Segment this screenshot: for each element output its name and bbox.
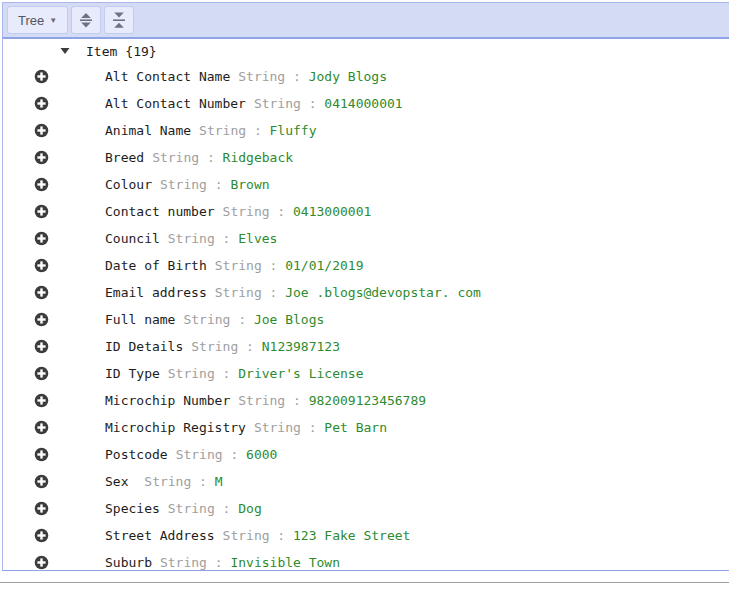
field-key[interactable]: Microchip Number — [105, 393, 230, 408]
tree-rows-container: Alt Contact Name String : Jody Blogs Alt… — [3, 63, 729, 570]
plus-circle-icon[interactable] — [34, 447, 49, 462]
field-type-label: String — [215, 285, 262, 300]
plus-circle-icon[interactable] — [34, 123, 49, 138]
field-type-label: String — [183, 312, 230, 327]
field-type-label: String — [238, 393, 285, 408]
field-type-label: String — [160, 555, 207, 570]
field-key[interactable]: Street Address — [105, 528, 215, 543]
field-type-label: String — [254, 96, 301, 111]
tree-row: Suburb String : Invisible Town — [3, 549, 729, 570]
field-value[interactable]: 6000 — [246, 447, 277, 462]
type-value-separator: : — [230, 312, 253, 327]
plus-circle-icon[interactable] — [34, 150, 49, 165]
field-value[interactable]: 982009123456789 — [309, 393, 426, 408]
plus-circle-icon[interactable] — [34, 285, 49, 300]
field-type-label: String — [160, 177, 207, 192]
field-value[interactable]: Brown — [230, 177, 269, 192]
root-field-count: {19} — [125, 44, 156, 59]
plus-circle-icon[interactable] — [34, 69, 49, 84]
field-value[interactable]: Jody Blogs — [309, 69, 387, 84]
field-value[interactable]: M — [215, 474, 223, 489]
chevron-down-icon: ▼ — [49, 17, 57, 25]
plus-circle-icon[interactable] — [34, 177, 49, 192]
field-type-label: String — [152, 150, 199, 165]
tree-row: Street Address String : 123 Fake Street — [3, 522, 729, 549]
tree-row: Microchip Registry String : Pet Barn — [3, 414, 729, 441]
field-value[interactable]: 0413000001 — [293, 204, 371, 219]
plus-circle-icon[interactable] — [34, 204, 49, 219]
field-key[interactable]: Date of Birth — [105, 258, 207, 273]
type-value-separator: : — [215, 231, 238, 246]
type-value-separator: : — [215, 501, 238, 516]
tree-row: Full name String : Joe Blogs — [3, 306, 729, 333]
editor-toolbar: Tree ▼ — [3, 3, 729, 39]
tree-mode-dropdown-button[interactable]: Tree ▼ — [7, 6, 68, 34]
field-key[interactable]: ID Details — [105, 339, 183, 354]
plus-circle-icon[interactable] — [34, 258, 49, 273]
field-value[interactable]: 0414000001 — [324, 96, 402, 111]
type-value-separator: : — [223, 447, 246, 462]
field-value[interactable]: Pet Barn — [324, 420, 387, 435]
field-key[interactable]: ID Type — [105, 366, 160, 381]
type-value-separator: : — [301, 420, 324, 435]
plus-circle-icon[interactable] — [34, 501, 49, 516]
tree-row: Contact number String : 0413000001 — [3, 198, 729, 225]
plus-circle-icon[interactable] — [34, 420, 49, 435]
plus-circle-icon[interactable] — [34, 474, 49, 489]
field-type-label: String — [223, 204, 270, 219]
field-value[interactable]: Elves — [238, 231, 277, 246]
field-type-label: String — [238, 69, 285, 84]
tree-row: Breed String : Ridgeback — [3, 144, 729, 171]
field-value[interactable]: Ridgeback — [223, 150, 293, 165]
expand-all-icon — [78, 12, 94, 28]
type-value-separator: : — [207, 555, 230, 570]
plus-circle-icon[interactable] — [34, 339, 49, 354]
type-value-separator: : — [246, 123, 269, 138]
field-key[interactable]: Colour — [105, 177, 152, 192]
field-key[interactable]: Suburb — [105, 555, 152, 570]
triangle-down-icon[interactable] — [60, 47, 70, 55]
tree-view: Item {19} Alt Contact Name String : Jody… — [3, 39, 729, 570]
plus-circle-icon[interactable] — [34, 528, 49, 543]
field-key[interactable]: Microchip Registry — [105, 420, 246, 435]
type-value-separator: : — [207, 177, 230, 192]
type-value-separator: : — [270, 204, 293, 219]
field-value[interactable]: 01/01/2019 — [285, 258, 363, 273]
field-value[interactable]: 123 Fake Street — [293, 528, 410, 543]
field-value[interactable]: Joe .blogs@devopstar. com — [285, 285, 481, 300]
field-key[interactable]: Contact number — [105, 204, 215, 219]
field-key[interactable]: Alt Contact Name — [105, 69, 230, 84]
field-key[interactable]: Animal Name — [105, 123, 191, 138]
field-key[interactable]: Full name — [105, 312, 175, 327]
field-key[interactable]: Breed — [105, 150, 144, 165]
field-value[interactable]: Invisible Town — [230, 555, 340, 570]
root-item-label[interactable]: Item — [86, 44, 117, 59]
field-key[interactable]: Postcode — [105, 447, 168, 462]
field-key[interactable]: Alt Contact Number — [105, 96, 246, 111]
field-value[interactable]: Dog — [238, 501, 261, 516]
plus-circle-icon[interactable] — [34, 555, 49, 570]
field-value[interactable]: N123987123 — [262, 339, 340, 354]
expand-all-button[interactable] — [71, 6, 101, 34]
field-value[interactable]: Joe Blogs — [254, 312, 324, 327]
tree-row: Email address String : Joe .blogs@devops… — [3, 279, 729, 306]
plus-circle-icon[interactable] — [34, 366, 49, 381]
field-type-label: String — [168, 366, 215, 381]
field-key[interactable]: Species — [105, 501, 160, 516]
type-value-separator: : — [199, 150, 222, 165]
plus-circle-icon[interactable] — [34, 393, 49, 408]
plus-circle-icon[interactable] — [34, 231, 49, 246]
plus-circle-icon[interactable] — [34, 312, 49, 327]
field-type-label: String — [168, 501, 215, 516]
type-value-separator: : — [262, 258, 285, 273]
field-value[interactable]: Fluffy — [270, 123, 317, 138]
tree-row: Microchip Number String : 98200912345678… — [3, 387, 729, 414]
field-key[interactable]: Email address — [105, 285, 207, 300]
collapse-all-button[interactable] — [104, 6, 134, 34]
field-value[interactable]: Driver's License — [238, 366, 363, 381]
field-key[interactable]: Sex — [105, 474, 136, 489]
field-key[interactable]: Council — [105, 231, 160, 246]
type-value-separator: : — [270, 528, 293, 543]
plus-circle-icon[interactable] — [34, 96, 49, 111]
type-value-separator: : — [191, 474, 214, 489]
